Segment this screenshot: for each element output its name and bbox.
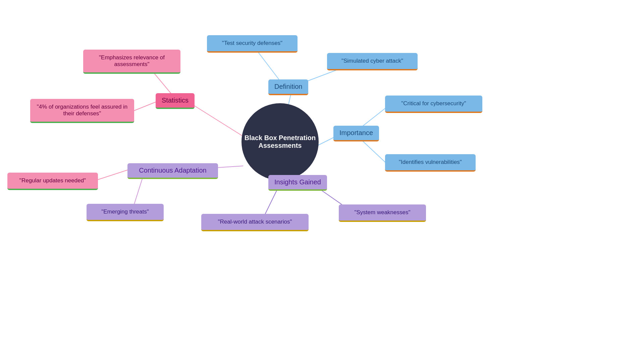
branch-statistics: Statistics bbox=[156, 93, 195, 109]
branch-importance: Importance bbox=[333, 126, 379, 141]
leaf-regular-updates-label: "Regular updates needed" bbox=[19, 177, 86, 184]
leaf-identifies: "Identifies vulnerabilities" bbox=[385, 154, 476, 172]
leaf-critical-label: "Critical for cybersecurity" bbox=[401, 100, 466, 107]
leaf-simulated-attack-label: "Simulated cyber attack" bbox=[341, 58, 403, 64]
leaf-simulated-attack: "Simulated cyber attack" bbox=[327, 53, 418, 70]
svg-line-3 bbox=[186, 101, 245, 137]
leaf-test-security: "Test security defenses" bbox=[207, 35, 298, 53]
leaf-organizations-label: "4% of organizations feel assured in the… bbox=[37, 104, 128, 117]
branch-insights: Insights Gained bbox=[268, 175, 327, 191]
leaf-test-security-label: "Test security defenses" bbox=[222, 40, 282, 46]
leaf-emerging: "Emerging threats" bbox=[87, 204, 164, 221]
leaf-real-world-label: "Real-world attack scenarios" bbox=[218, 219, 292, 225]
branch-definition: Definition bbox=[268, 79, 308, 95]
branch-continuous: Continuous Adaptation bbox=[127, 163, 218, 179]
leaf-real-world: "Real-world attack scenarios" bbox=[201, 214, 309, 231]
branch-insights-label: Insights Gained bbox=[274, 178, 321, 186]
leaf-identifies-label: "Identifies vulnerabilities" bbox=[399, 159, 462, 165]
leaf-regular-updates: "Regular updates needed" bbox=[7, 173, 98, 190]
leaf-emphasizes: "Emphasizes relevance of assessments" bbox=[83, 50, 180, 74]
svg-line-8 bbox=[361, 139, 387, 164]
center-node: Black Box Penetration Assessments bbox=[241, 103, 319, 180]
leaf-emphasizes-label: "Emphasizes relevance of assessments" bbox=[99, 54, 165, 67]
branch-importance-label: Importance bbox=[339, 129, 373, 136]
center-label: Black Box Penetration Assessments bbox=[241, 134, 319, 149]
svg-line-1 bbox=[255, 48, 282, 83]
leaf-system-weak-label: "System weaknesses" bbox=[354, 209, 410, 216]
leaf-emerging-label: "Emerging threats" bbox=[101, 208, 149, 215]
branch-statistics-label: Statistics bbox=[162, 97, 189, 104]
branch-definition-label: Definition bbox=[274, 83, 302, 90]
leaf-organizations: "4% of organizations feel assured in the… bbox=[30, 99, 134, 123]
leaf-critical: "Critical for cybersecurity" bbox=[385, 96, 482, 113]
leaf-system-weak: "System weaknesses" bbox=[339, 204, 426, 222]
branch-continuous-label: Continuous Adaptation bbox=[139, 167, 206, 174]
